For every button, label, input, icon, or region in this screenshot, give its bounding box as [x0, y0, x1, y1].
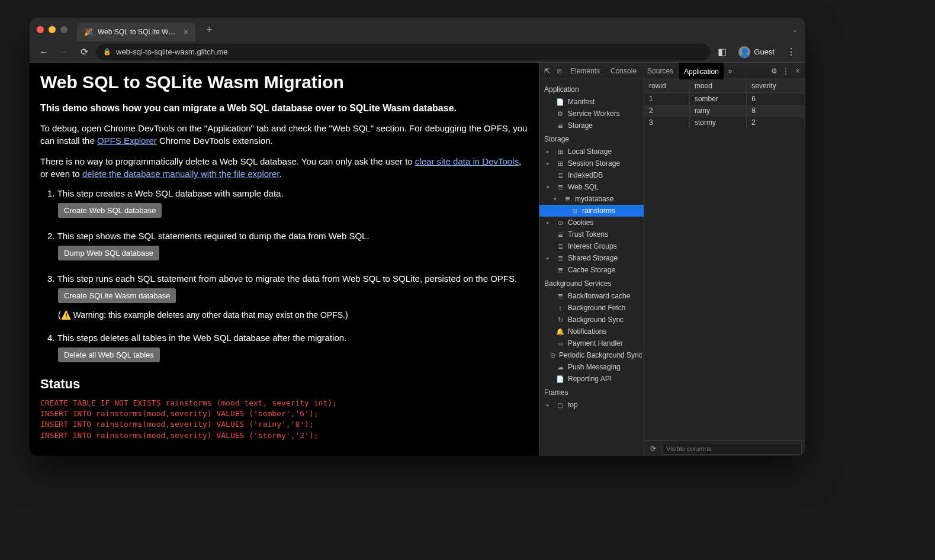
forward-button[interactable]: →: [56, 44, 72, 60]
sidebar-group-application: Application: [539, 82, 644, 96]
inspect-icon[interactable]: ⇱: [542, 66, 552, 76]
col-severity[interactable]: severity: [747, 79, 805, 93]
devtools-tabs: ⇱ ⎚ Elements Console Sources Application…: [539, 63, 805, 79]
sidebar-item-back-forward-cache[interactable]: ≣Back/forward cache: [539, 290, 644, 302]
close-devtools-icon[interactable]: ×: [792, 66, 803, 76]
sidebar-item-push-messaging[interactable]: ☁Push Messaging: [539, 361, 644, 373]
delete-manual-link[interactable]: delete the database manually with the fi…: [82, 169, 279, 179]
data-table: rowidmoodseverity 1somber62rainy83stormy…: [644, 79, 805, 440]
browser-body: Web SQL to SQLite Wasm Migration This de…: [30, 63, 805, 456]
sidebar-item-local-storage[interactable]: ▸⊞Local Storage: [539, 146, 644, 157]
close-tab-icon[interactable]: ×: [184, 27, 188, 37]
sidebar-item-shared-storage[interactable]: ▸≣Shared Storage: [539, 252, 644, 264]
devtools-main: rowidmoodseverity 1somber62rainy83stormy…: [644, 79, 805, 456]
address-bar[interactable]: 🔒 web-sql-to-sqlite-wasm.glitch.me: [96, 44, 710, 60]
minimize-window-button[interactable]: [49, 26, 56, 33]
tab-elements[interactable]: Elements: [566, 63, 605, 79]
sidebar-item-payment-handler[interactable]: ▭Payment Handler: [539, 337, 644, 349]
sidebar-item-background-fetch[interactable]: ↕Background Fetch: [539, 302, 644, 314]
tab-console[interactable]: Console: [606, 63, 641, 79]
refresh-icon[interactable]: ⟳: [648, 443, 658, 454]
sidebar-item-mydatabase[interactable]: ▾≣mydatabase: [539, 193, 644, 205]
create-websql-button[interactable]: Create Web SQL database: [58, 203, 162, 218]
devtools-panel: ⇱ ⎚ Elements Console Sources Application…: [539, 63, 805, 456]
back-button[interactable]: ←: [36, 44, 52, 60]
col-rowid[interactable]: rowid: [644, 79, 689, 93]
sidebar-item-indexeddb[interactable]: ≣IndexedDB: [539, 169, 644, 181]
tab-favicon: 🎉: [84, 28, 93, 36]
step-1: This step creates a Web SQL database wit…: [45, 188, 528, 218]
page-content: Web SQL to SQLite Wasm Migration This de…: [30, 63, 539, 456]
table-row[interactable]: 1somber6: [644, 93, 805, 105]
sidebar-item-service-workers[interactable]: ⚙Service Workers: [539, 108, 644, 120]
delete-tables-button[interactable]: Delete all Web SQL tables: [58, 347, 160, 362]
sidebar-item-rainstorms[interactable]: ⊞rainstorms: [539, 205, 644, 217]
visible-columns-input[interactable]: [662, 443, 802, 455]
profile-label: Guest: [754, 47, 775, 56]
tab-application[interactable]: Application: [679, 63, 724, 79]
clear-data-link[interactable]: clear site data in DevTools: [415, 156, 519, 166]
close-window-button[interactable]: [37, 26, 44, 33]
device-toggle-icon[interactable]: ⎚: [554, 66, 564, 76]
sidebar-item-web-sql[interactable]: ▾≣Web SQL: [539, 181, 644, 193]
step-3: This step runs each SQL statement from a…: [45, 273, 528, 320]
sidebar-item-session-storage[interactable]: ▸⊞Session Storage: [539, 157, 644, 169]
browser-window: 🎉 Web SQL to SQLite Wasm Migr × + ⌄ ← → …: [30, 18, 805, 456]
sidebar-item-manifest[interactable]: 📄Manifest: [539, 96, 644, 108]
sidebar-item-cache-storage[interactable]: ≣Cache Storage: [539, 264, 644, 276]
status-output: CREATE TABLE IF NOT EXISTS rainstorms (m…: [40, 398, 528, 441]
warning-text: (⚠️ Warning: this example deletes any ot…: [58, 310, 528, 320]
table-row[interactable]: 2rainy8: [644, 105, 805, 117]
settings-icon[interactable]: ⚙: [769, 66, 779, 76]
sidebar-item-top-frame[interactable]: ▸▢top: [539, 399, 644, 411]
col-mood[interactable]: mood: [689, 79, 746, 93]
sidebar-item-background-sync[interactable]: ↻Background Sync: [539, 314, 644, 326]
sidebar-item-reporting-api[interactable]: 📄Reporting API: [539, 373, 644, 385]
tab-sources[interactable]: Sources: [642, 63, 678, 79]
step-2: This step shows the SQL statements requi…: [45, 231, 528, 260]
status-heading: Status: [40, 376, 528, 392]
step-4: This steps deletes all tables in the Web…: [45, 333, 528, 362]
steps-list: This step creates a Web SQL database wit…: [45, 188, 528, 362]
more-tabs-icon[interactable]: »: [725, 66, 735, 76]
page-title: Web SQL to SQLite Wasm Migration: [40, 72, 528, 92]
sidebar-group-bg-services: Background Services: [539, 276, 644, 290]
table-row[interactable]: 3stormy2: [644, 117, 805, 128]
profile-button[interactable]: 👤 Guest: [734, 46, 779, 58]
sidebar-item-notifications[interactable]: 🔔Notifications: [539, 326, 644, 337]
debug-paragraph: To debug, open Chrome DevTools on the "A…: [40, 122, 528, 147]
titlebar: 🎉 Web SQL to SQLite Wasm Migr × + ⌄: [30, 18, 805, 41]
dump-websql-button[interactable]: Dump Web SQL database: [58, 246, 159, 260]
sidebar-item-storage[interactable]: ≣Storage: [539, 120, 644, 131]
tab-title: Web SQL to SQLite Wasm Migr: [98, 28, 179, 36]
sidebar-group-frames: Frames: [539, 385, 644, 399]
lock-icon: 🔒: [103, 48, 111, 56]
sidebar-item-periodic-background-sync[interactable]: ⊙Periodic Background Sync: [539, 349, 644, 361]
opfs-explorer-link[interactable]: OPFS Explorer: [97, 136, 157, 146]
menu-button[interactable]: ⋮: [783, 44, 799, 60]
url-text: web-sql-to-sqlite-wasm.glitch.me: [116, 47, 228, 56]
sidebar-group-storage: Storage: [539, 131, 644, 146]
url-bar: ← → ⟳ 🔒 web-sql-to-sqlite-wasm.glitch.me…: [30, 41, 805, 63]
side-panel-icon[interactable]: ◧: [714, 44, 730, 60]
sidebar-item-interest-groups[interactable]: ≣Interest Groups: [539, 240, 644, 252]
sidebar-item-cookies[interactable]: ▸⊙Cookies: [539, 217, 644, 228]
create-sqlite-button[interactable]: Create SQLite Wasm database: [58, 288, 176, 303]
browser-tab[interactable]: 🎉 Web SQL to SQLite Wasm Migr ×: [77, 22, 195, 41]
reload-button[interactable]: ⟳: [76, 44, 92, 60]
maximize-window-button[interactable]: [60, 26, 68, 33]
devtools-menu-icon[interactable]: ⋮: [780, 66, 791, 76]
page-subtitle: This demo shows how you can migrate a We…: [40, 103, 528, 114]
devtools-footer: ⟳: [644, 440, 805, 456]
new-tab-button[interactable]: +: [206, 24, 213, 36]
window-controls: [37, 26, 68, 33]
sidebar-item-trust-tokens[interactable]: ≣Trust Tokens: [539, 228, 644, 240]
tab-dropdown-icon[interactable]: ⌄: [792, 25, 798, 34]
devtools-sidebar: Application 📄Manifest ⚙Service Workers ≣…: [539, 79, 644, 456]
avatar-icon: 👤: [738, 46, 750, 58]
delete-paragraph: There is no way to programmatically dele…: [40, 155, 528, 180]
